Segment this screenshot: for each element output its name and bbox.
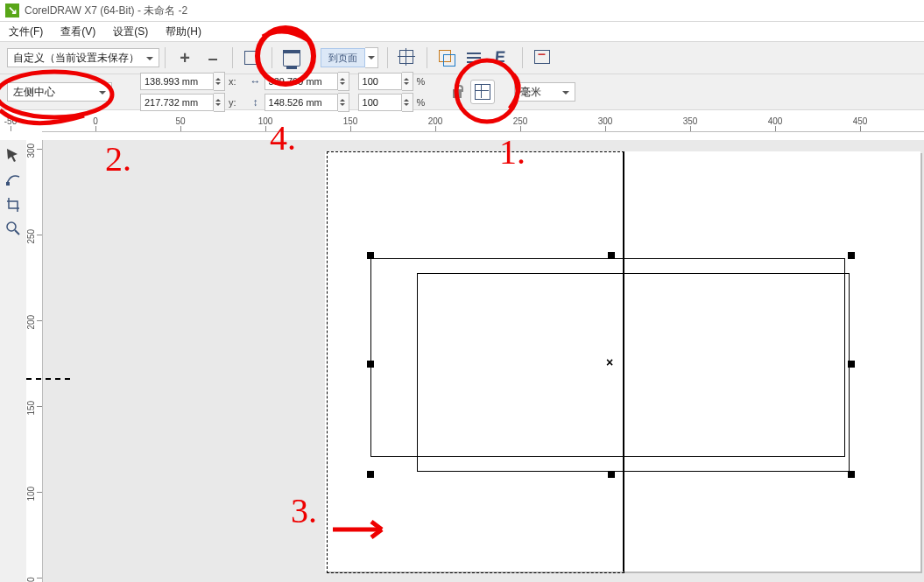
- menu-view[interactable]: 查看(V): [60, 25, 95, 39]
- lock-ratio-toggle[interactable]: [451, 84, 465, 100]
- units-select[interactable]: 毫米: [514, 82, 575, 102]
- align-select[interactable]: 左侧中心: [7, 82, 112, 102]
- sel-handle-s[interactable]: [608, 471, 615, 478]
- sel-handle-se[interactable]: [848, 471, 855, 478]
- ruler-horizontal[interactable]: -50050100150200250300350400450500: [42, 116, 924, 132]
- crop-tool[interactable]: [2, 193, 25, 215]
- separator: [427, 47, 427, 68]
- x-label: x:: [229, 76, 236, 87]
- close-icon: [533, 48, 552, 67]
- workspace: 30025020015010050 ×: [0, 140, 924, 582]
- menu-settings[interactable]: 设置(S): [113, 25, 148, 39]
- pos-x-spinner[interactable]: [214, 72, 225, 91]
- width-icon: ↔: [249, 74, 263, 88]
- frames-button[interactable]: [434, 46, 459, 70]
- layout-icon: [244, 51, 260, 65]
- annotation-3: 3.: [291, 490, 317, 531]
- height-input[interactable]: 148.526 mm: [265, 94, 338, 111]
- layout-button[interactable]: [240, 46, 265, 70]
- property-bar: 左侧中心 138.993 mmx: 217.732 mmy: ↔339.799 …: [0, 74, 924, 110]
- width-input[interactable]: 339.799 mm: [265, 73, 338, 90]
- guide-line[interactable]: [26, 378, 70, 380]
- preset-select[interactable]: 自定义（当前设置未保存）: [7, 48, 159, 67]
- curve-icon: [493, 48, 512, 67]
- separator: [272, 47, 272, 68]
- to-page-tab[interactable]: 到页面: [321, 48, 365, 67]
- scale-w-spinner[interactable]: [402, 72, 413, 91]
- app-logo: ↘: [5, 4, 19, 18]
- remove-page-button[interactable]: –: [201, 46, 225, 70]
- sel-handle-ne[interactable]: [848, 252, 855, 259]
- frames-icon: [437, 48, 456, 67]
- sel-handle-e[interactable]: [848, 361, 855, 368]
- pick-tool[interactable]: [2, 144, 25, 166]
- annotation-2: 2.: [105, 138, 131, 179]
- left-toolbox: [0, 140, 27, 582]
- svg-line-2: [15, 230, 19, 235]
- separator: [232, 47, 233, 68]
- print-icon: [283, 50, 300, 67]
- minus-icon: –: [208, 48, 217, 68]
- percent-label: %: [417, 97, 426, 108]
- annotation-1: 1.: [499, 131, 525, 172]
- curve-button[interactable]: [490, 46, 515, 70]
- page-dropdown[interactable]: [365, 47, 378, 68]
- bars-icon: [465, 48, 484, 67]
- crosshair-icon: [398, 48, 417, 67]
- object-rect-inner[interactable]: [417, 273, 850, 472]
- title-bar: ↘ CorelDRAW X7 (64-Bit) - 未命名 -2: [0, 0, 924, 22]
- separator: [165, 47, 166, 68]
- svg-point-1: [7, 222, 16, 231]
- pos-x-input[interactable]: 138.993 mm: [140, 73, 214, 90]
- drawing-canvas[interactable]: ×: [42, 140, 924, 582]
- scale-w-input[interactable]: 100: [358, 73, 402, 90]
- close-frame-button[interactable]: [530, 46, 554, 70]
- grid-align-button[interactable]: [470, 80, 495, 104]
- sel-handle-w[interactable]: [367, 361, 374, 368]
- pos-y-input[interactable]: 217.732 mm: [140, 94, 214, 111]
- bars-button[interactable]: [462, 46, 487, 70]
- grid-icon: [473, 82, 492, 102]
- y-label: y:: [229, 97, 236, 108]
- svg-rect-0: [6, 182, 10, 186]
- sel-handle-n[interactable]: [608, 252, 615, 259]
- print-button[interactable]: [279, 46, 304, 70]
- annotation-4: 4.: [270, 117, 296, 158]
- main-toolbar: 自定义（当前设置未保存） + – 到页面: [0, 42, 924, 74]
- page-tab-group: 到页面: [321, 47, 378, 68]
- plus-icon: +: [180, 48, 190, 68]
- window-title: CorelDRAW X7 (64-Bit) - 未命名 -2: [25, 0, 187, 21]
- crosshair-button[interactable]: [395, 46, 420, 70]
- percent-label: %: [417, 76, 426, 87]
- shape-tool[interactable]: [2, 168, 25, 191]
- height-spinner[interactable]: [338, 93, 349, 112]
- separator: [311, 47, 312, 68]
- menu-file[interactable]: 文件(F): [9, 25, 43, 39]
- separator: [387, 47, 388, 68]
- menu-help[interactable]: 帮助(H): [166, 25, 201, 39]
- sel-center-marker[interactable]: ×: [606, 355, 613, 369]
- pos-y-spinner[interactable]: [214, 93, 225, 112]
- add-page-button[interactable]: +: [173, 46, 197, 70]
- ruler-vertical[interactable]: 30025020015010050: [26, 140, 43, 582]
- scale-h-input[interactable]: 100: [358, 94, 402, 111]
- separator: [522, 47, 523, 68]
- sel-handle-sw[interactable]: [367, 471, 374, 478]
- sel-handle-nw[interactable]: [367, 252, 374, 259]
- scale-h-spinner[interactable]: [402, 93, 413, 112]
- zoom-tool[interactable]: [2, 217, 25, 240]
- height-icon: ↕: [249, 95, 263, 109]
- width-spinner[interactable]: [338, 72, 349, 91]
- menu-bar: 文件(F) 查看(V) 设置(S) 帮助(H): [0, 22, 924, 42]
